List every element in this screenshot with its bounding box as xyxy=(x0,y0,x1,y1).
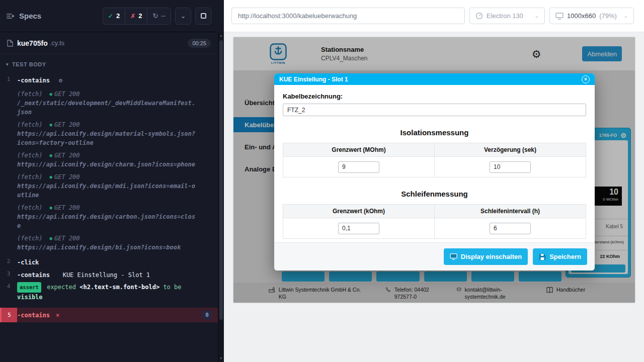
spec-header[interactable]: kue705fo .cy.ts 00:25 xyxy=(0,32,218,54)
close-button[interactable]: × xyxy=(582,75,590,83)
specs-menu[interactable]: Specs xyxy=(7,12,99,20)
command-row[interactable]: 3 -contains KUE Einstellung - Slot 1 xyxy=(0,268,218,281)
column-header: Schleifenintervall (h) xyxy=(435,205,586,218)
assert-text: be xyxy=(174,284,181,291)
fetch-prefix: (fetch) xyxy=(17,173,43,180)
chevron-down-icon: ⌄ xyxy=(181,12,186,20)
iso-delay-input[interactable] xyxy=(490,161,531,173)
aut-pane: http://localhost:3000/kabelueberwachung … xyxy=(224,0,644,362)
command-row[interactable]: 1 -contains ⚙ xyxy=(0,73,218,86)
fetch-status: GET 200 xyxy=(54,90,80,98)
command-number: 4 xyxy=(0,282,17,290)
fetch-url: https://api.iconify.design/material-symb… xyxy=(17,129,196,147)
fetch-log-entry[interactable]: (fetch)●GET 200 https://api.iconify.desi… xyxy=(17,120,196,147)
fetch-status: GET 200 xyxy=(54,204,80,211)
command-name: -contains xyxy=(17,312,50,319)
command-number: 3 xyxy=(0,269,17,277)
status-dot-icon: ● xyxy=(50,174,52,179)
command-row[interactable]: 2 -click xyxy=(0,255,218,268)
cypress-topbar: Specs ✓ 2 ✗ 2 ↻ -- ⌄ xyxy=(0,0,218,32)
browser-selector[interactable]: Electron 130 ⌄ xyxy=(469,8,545,24)
spec-name: kue705fo xyxy=(17,39,48,47)
command-number: 1 xyxy=(0,75,17,82)
command-name: -contains xyxy=(17,77,50,84)
pending-stat[interactable]: ↻ -- xyxy=(147,8,171,24)
kue-settings-modal: KUE Einstellung - Slot 1 × Kabelbezeichn… xyxy=(274,73,595,270)
scroll-down-arrow[interactable]: ▼ xyxy=(218,355,224,362)
fetch-log-entry[interactable]: (fetch)●GET 200 https://api.iconify.desi… xyxy=(17,172,196,200)
command-name: -click xyxy=(17,259,39,266)
fetch-log-entry[interactable]: (fetch)●GET 200 /_next/static/developmen… xyxy=(17,89,196,117)
viewport-selector[interactable]: 1000x660 (79%) ⌄ xyxy=(549,8,634,24)
fetch-prefix: (fetch) xyxy=(17,204,43,211)
column-header: Grenzwert (kOhm) xyxy=(283,205,435,218)
fetch-status: GET 200 xyxy=(54,152,80,159)
fetch-prefix: (fetch) xyxy=(17,90,43,98)
spec-extension: .cy.ts xyxy=(50,39,64,47)
command-number: 2 xyxy=(0,257,17,264)
fetch-prefix: (fetch) xyxy=(17,235,43,242)
loop-limit-input[interactable] xyxy=(338,223,379,234)
save-button[interactable]: Speichern xyxy=(533,248,587,265)
url-bar[interactable]: http://localhost:3000/kabelueberwachung xyxy=(231,8,465,24)
assert-text: to xyxy=(163,284,170,291)
app-viewport: LITTWIN Stationsname CPLV4_Maschen ⚙ Abm… xyxy=(233,37,635,303)
display-on-button[interactable]: Display einschalten xyxy=(444,248,528,265)
browser-bar: http://localhost:3000/kabelueberwachung … xyxy=(224,0,644,32)
fetch-url: https://api.iconify.design/carbon.json?i… xyxy=(17,212,196,230)
status-dot-icon: ● xyxy=(50,92,52,97)
fetch-log-entry[interactable]: (fetch)●GET 200 https://api.iconify.desi… xyxy=(17,234,196,252)
fetch-prefix: (fetch) xyxy=(17,152,43,159)
display-icon xyxy=(450,253,457,260)
test-stats: ✓ 2 ✗ 2 ↻ -- xyxy=(103,8,171,25)
sidebar-scrollbar[interactable]: ▲ ▼ xyxy=(218,32,224,362)
url-text: http://localhost:3000/kabelueberwachung xyxy=(238,12,357,20)
cable-name-input[interactable] xyxy=(283,104,586,116)
collapse-button[interactable]: ⌄ xyxy=(175,8,191,25)
cross-icon: ✗ xyxy=(130,13,135,20)
fetch-log-entry[interactable]: (fetch)●GET 200 https://api.iconify.desi… xyxy=(17,203,196,230)
status-dot-icon: ● xyxy=(50,205,52,210)
loop-interval-input[interactable] xyxy=(490,223,531,234)
iso-limit-input[interactable] xyxy=(338,161,379,173)
loop-table: Grenzwert (kOhm) Schleifenintervall (h) xyxy=(283,204,586,239)
fail-x-icon: × xyxy=(56,312,59,319)
fetch-status: GET 200 xyxy=(54,121,80,128)
fetch-url: https://api.iconify.design/bi.json?icons… xyxy=(17,243,196,252)
column-header: Grenzwert (MOhm) xyxy=(283,143,435,157)
spec-file-icon xyxy=(7,40,13,47)
browser-gauge-icon xyxy=(475,12,483,20)
isolation-section-title: Isolationsmessung xyxy=(283,128,586,137)
fetch-status: GET 200 xyxy=(54,173,80,180)
test-body-label: TEST BODY xyxy=(12,61,46,67)
failed-stat[interactable]: ✗ 2 xyxy=(125,8,147,24)
command-value: KUE Einstellung - Slot 1 xyxy=(63,272,150,279)
cypress-sidebar: Specs ✓ 2 ✗ 2 ↻ -- ⌄ xyxy=(0,0,224,362)
specs-label: Specs xyxy=(19,12,41,20)
viewport-size: 1000x660 xyxy=(567,12,596,20)
viewport-zoom: (79%) xyxy=(599,12,617,20)
modal-title: KUE Einstellung - Slot 1 xyxy=(279,76,348,83)
pending-count: -- xyxy=(161,12,166,20)
fetch-log-entry[interactable]: (fetch)●GET 200 https://api.iconify.desi… xyxy=(17,151,196,169)
cable-name-label: Kabelbezeichnung: xyxy=(283,93,586,100)
test-body-section[interactable]: ▾ TEST BODY xyxy=(0,57,218,71)
event-count-badge: 0 xyxy=(202,311,212,319)
failed-command-row[interactable]: 5 -contains × 0 xyxy=(0,308,218,322)
loop-section-title: Schleifenmessung xyxy=(283,190,586,198)
passed-stat[interactable]: ✓ 2 xyxy=(103,8,125,24)
isolation-table: Grenzwert (MOhm) Verzögerung (sek) xyxy=(283,143,586,177)
stop-button[interactable] xyxy=(195,8,211,25)
browser-name: Electron 130 xyxy=(487,12,523,20)
command-name: -contains xyxy=(17,272,50,279)
assert-badge: assert xyxy=(17,282,41,293)
scrollbar-thumb[interactable] xyxy=(219,40,223,320)
close-icon: × xyxy=(584,77,587,82)
spec-duration-badge: 00:25 xyxy=(188,39,211,48)
status-dot-icon: ● xyxy=(50,122,52,127)
assert-row[interactable]: 4 assert expected <h2.text-sm.font-bold>… xyxy=(0,281,218,304)
scroll-up-arrow[interactable]: ▲ xyxy=(218,32,224,39)
viewport-icon xyxy=(555,13,564,20)
chevron-down-icon: ⌄ xyxy=(535,13,539,19)
aut-canvas: LITTWIN Stationsname CPLV4_Maschen ⚙ Abm… xyxy=(224,32,644,362)
